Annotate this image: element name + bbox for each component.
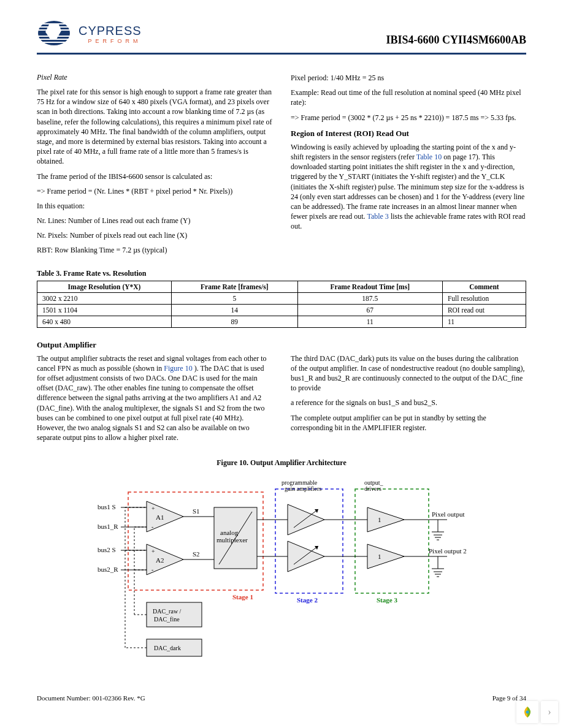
label-pixout2: Pixel output 2 [429,547,467,555]
figure10: bus1 S bus1_R bus2 S bus2_R + - A1 + - A… [37,474,526,676]
svg-text:+: + [151,505,155,512]
outamp-text-b: ). The DAC that is used for offset adjus… [37,364,264,442]
roi-paragraph: Windowing is easily achieved by uploadin… [291,142,526,232]
svg-rect-1 [37,23,75,25]
outamp-title: Output Amplifier [37,340,526,350]
left-column: Pixel Rate The pixel rate for this senso… [37,73,272,260]
table3-caption: Table 3. Frame Rate vs. Resolution [37,269,526,278]
table3: Image Resolution (Y*X) Frame Rate [frame… [37,281,526,328]
cell: 3002 x 2210 [37,292,172,304]
svg-rect-8 [275,489,343,593]
label-mux-b: multiplexer [216,536,248,544]
svg-marker-28 [315,509,318,513]
outamp-left: The output amplifier subtracts the reset… [37,354,272,448]
label-stage3: Stage 3 [377,596,397,604]
cell: 187.5 [297,292,442,304]
label-s2: S2 [193,550,200,558]
th-1: Frame Rate [frames/s] [172,281,298,292]
figure10-caption: Figure 10. Output Amplifier Architecture [37,458,526,468]
right-r1: Pixel period: 1/40 MHz = 25 ns [291,73,526,83]
cell: 5 [172,292,298,304]
th-0: Image Resolution (Y*X) [37,281,172,292]
cell: 11 [442,316,526,327]
cell: 640 x 480 [37,316,172,327]
cell: 14 [172,304,298,316]
table-row: 1501 x 1104 14 67 ROI read out [37,304,526,316]
label-mux-a: analog [220,529,239,536]
chevron-right-icon: › [548,707,551,718]
page-container: CYPRESS PERFORM IBIS4-6600 CYII4SM6600AB… [0,0,563,720]
right-r3: => Frame period = (3002 * (7.2 µs + 25 n… [291,113,526,123]
table3-link[interactable]: Table 3 [367,212,388,221]
outamp-right-p3: The complete output amplifier can be put… [291,413,526,433]
table10-link[interactable]: Table 10 [416,153,442,161]
label-stage2: Stage 2 [297,596,318,604]
logo-main: CYPRESS [79,24,142,38]
label-a1: A1 [156,514,164,521]
label-outd2: drivers [364,485,381,492]
pixel-rate-eq: => Frame period = (Nr. Lines * (RBT + pi… [37,186,272,196]
right-r2: Example: Read out time of the full resol… [291,88,526,107]
table-header-row: Image Resolution (Y*X) Frame Rate [frame… [37,281,526,292]
cell: 11 [297,316,442,327]
svg-text:-: - [151,566,153,573]
svg-rect-48 [147,602,202,627]
right-column: Pixel period: 1/40 MHz = 25 ns Example: … [291,73,526,260]
cell: 1501 x 1104 [37,304,172,316]
svg-rect-6 [37,42,75,43]
pixel-rate-p1: The pixel rate for this sensor is high e… [37,87,272,167]
table-row: 640 x 480 89 11 11 [37,316,526,327]
svg-marker-26 [288,504,324,535]
pixel-rate-p4: Nr. Lines: Number of Lines read out each… [37,216,272,226]
pixel-rate-title: Pixel Rate [37,73,272,82]
label-a2: A2 [156,556,164,564]
outamp-right-p1: The third DAC (DAC_dark) puts its value … [291,354,526,393]
label-bus2s: bus2 S [98,546,116,553]
cell: Full resolution [442,292,526,304]
svg-marker-34 [367,507,404,532]
label-pixout: Pixel output [432,510,464,518]
logo-text: CYPRESS PERFORM [79,24,142,44]
label-one2: 1 [378,553,381,560]
svg-marker-31 [315,546,318,550]
next-page-button[interactable]: › [541,701,558,720]
outamp-columns: The output amplifier subtracts the reset… [37,354,526,448]
pixel-rate-p2: The frame period of the IBIS4-6600 senso… [37,172,272,181]
figure10-link[interactable]: Figure 10 [164,364,192,373]
label-dacraw1: DAC_raw / [153,608,182,615]
th-2: Frame Readout Time [ms] [297,281,442,292]
logo-mark-icon [37,18,75,49]
logo-sub: PERFORM [79,38,142,44]
svg-marker-35 [367,544,404,569]
svg-point-58 [526,711,529,714]
page-header: CYPRESS PERFORM IBIS4-6600 CYII4SM6600AB [37,18,526,55]
doc-title: IBIS4-6600 CYII4SM6600AB [386,34,526,47]
label-bus2r: bus2_R [98,566,118,573]
label-dacraw2: DAC_fine [154,616,180,623]
footer-left: Document Number: 001-02366 Rev. *G [37,694,145,702]
label-stage1: Stage 1 [232,593,253,601]
th-3: Comment [442,281,526,292]
table-row: 3002 x 2210 5 187.5 Full resolution [37,292,526,304]
pixel-rate-p5: Nr. Pixels: Number of pixels read out ea… [37,230,272,240]
label-bus1r: bus1_R [98,523,118,530]
label-one1: 1 [378,516,381,523]
roi-text-b: on page 17). This downloaded starting po… [291,153,524,221]
label-dacdark: DAC_dark [154,645,181,651]
pixel-rate-p6: RBT: Row Blanking Time = 7.2 µs (typical… [37,245,272,255]
page-footer: Document Number: 001-02366 Rev. *G Page … [37,694,526,702]
svg-text:+: + [151,548,155,555]
roi-title: Region of Interest (ROI) Read Out [291,129,526,138]
app-icon[interactable] [516,701,538,720]
logo: CYPRESS PERFORM [37,18,142,49]
outamp-left-p: The output amplifier subtracts the reset… [37,354,272,443]
outamp-right-p2: a reference for the signals on bus1_S an… [291,398,526,408]
cell: ROI read out [442,304,526,316]
svg-text:-: - [151,523,153,530]
outamp-right: The third DAC (DAC_dark) puts its value … [291,354,526,448]
label-pga2: gain amplifiers [285,485,321,492]
svg-rect-9 [355,489,429,593]
label-bus1s: bus1 S [98,503,116,510]
floating-controls: › [516,701,558,720]
top-columns: Pixel Rate The pixel rate for this senso… [37,73,526,260]
